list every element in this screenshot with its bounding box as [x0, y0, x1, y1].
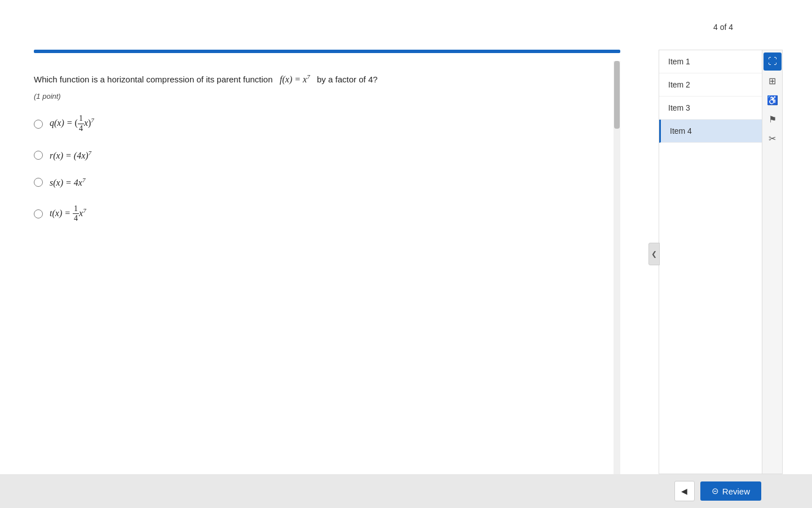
option-a-formula: q(x) = (14x)7: [50, 114, 94, 134]
review-button[interactable]: ⊝ Review: [700, 481, 761, 501]
sidebar: Item 1 Item 2 Item 3 Item 4 ⛶ ⊞ ♿ ⚑ ✂: [659, 50, 783, 474]
sidebar-item-2-label: Item 2: [668, 80, 690, 89]
question-area: Which function is a horizontal compressi…: [34, 61, 603, 474]
sidebar-items-list: Item 1 Item 2 Item 3 Item 4: [659, 50, 762, 474]
sidebar-item-4[interactable]: Item 4: [659, 120, 762, 143]
tool-icon-btn[interactable]: ✂: [764, 129, 782, 147]
radio-c[interactable]: [34, 178, 43, 187]
scrollbar-thumb[interactable]: [614, 61, 620, 129]
question-text: Which function is a horizontal compressi…: [34, 72, 603, 86]
option-c: s(x) = 4x7: [34, 177, 603, 188]
expand-icon: ⛶: [768, 56, 777, 67]
radio-b[interactable]: [34, 151, 43, 160]
top-progress-bar: [34, 50, 620, 53]
question-text-before: Which function is a horizontal compressi…: [34, 75, 273, 84]
radio-d[interactable]: [34, 209, 43, 218]
chevron-left-icon: ❮: [651, 250, 657, 258]
scrollbar-track[interactable]: [614, 61, 620, 474]
option-b-formula: r(x) = (4x)7: [50, 150, 91, 161]
sidebar-collapse-btn[interactable]: ❮: [648, 243, 660, 265]
question-formula: f(x) = x7: [280, 75, 312, 84]
option-a: q(x) = (14x)7: [34, 114, 603, 134]
prev-button[interactable]: ◀: [674, 481, 695, 501]
flag-icon: ⚑: [769, 114, 776, 125]
flag-icon-btn[interactable]: ⚑: [764, 110, 782, 128]
sidebar-item-4-label: Item 4: [670, 126, 692, 135]
radio-a[interactable]: [34, 120, 43, 129]
sidebar-item-1[interactable]: Item 1: [659, 50, 762, 73]
tool-icon: ✂: [769, 133, 776, 144]
sidebar-icon-panel: ⛶ ⊞ ♿ ⚑ ✂: [762, 50, 782, 474]
review-icon: ⊝: [712, 486, 719, 496]
sidebar-item-3-label: Item 3: [668, 103, 690, 112]
option-d-formula: t(x) = 14x7: [50, 204, 86, 224]
review-label: Review: [722, 487, 750, 496]
grid-icon: ⊞: [769, 76, 776, 86]
grid-icon-btn[interactable]: ⊞: [764, 72, 782, 90]
option-b: r(x) = (4x)7: [34, 150, 603, 161]
bottom-bar: ◀ ⊝ Review: [0, 474, 812, 508]
sidebar-item-1-label: Item 1: [668, 57, 690, 66]
page-counter: 4 of 4: [713, 23, 733, 32]
option-c-formula: s(x) = 4x7: [50, 177, 85, 188]
sidebar-item-2[interactable]: Item 2: [659, 73, 762, 97]
question-text-after: by a factor of 4?: [317, 75, 378, 84]
sidebar-item-3[interactable]: Item 3: [659, 97, 762, 120]
point-label: (1 point): [34, 92, 603, 100]
prev-arrow-icon: ◀: [681, 487, 687, 496]
options-list: q(x) = (14x)7 r(x) = (4x)7 s(x) = 4x7 t(…: [34, 114, 603, 224]
expand-icon-btn[interactable]: ⛶: [764, 52, 782, 71]
option-d: t(x) = 14x7: [34, 204, 603, 224]
accessibility-icon-btn[interactable]: ♿: [764, 91, 782, 109]
accessibility-icon: ♿: [767, 95, 778, 106]
